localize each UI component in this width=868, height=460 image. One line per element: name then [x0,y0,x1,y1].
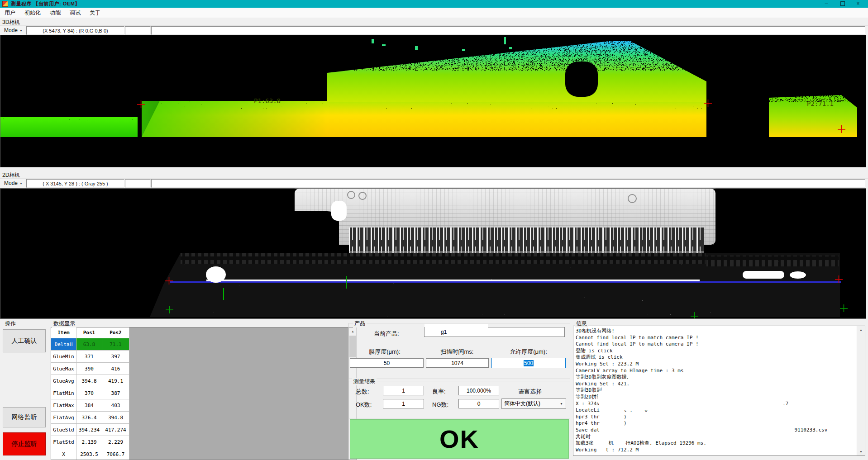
camera3d-mode-dropdown[interactable]: Mode ▼ [1,26,25,34]
language-value: 简体中文(默认) [504,400,540,408]
close-icon: × [856,0,859,7]
menu-item[interactable]: 功能 [45,8,65,18]
log-scrollbar[interactable]: ▲ ▼ [857,326,865,455]
cell-pos2: 394.8 [102,412,129,424]
cell-pos2: 387 [102,387,129,399]
menu-item[interactable]: 关于 [85,8,105,18]
camera3d-statusbox [125,26,151,35]
current-product-label: 当前产品: [374,330,399,338]
ok-count-field[interactable]: 1 [383,399,424,408]
menu-item[interactable]: 调试 [65,8,85,18]
window-title: 测量程序 【当前用户: OEM】 [11,0,80,7]
cell-pos1: 376.4 [76,412,102,424]
yield-value: 100.000% [467,388,491,394]
ng-count-field[interactable]: 0 [458,399,499,408]
maximize-button[interactable] [835,0,850,7]
camera2d-image[interactable] [0,188,866,319]
table-header-row: ItemPos1Pos2 [51,327,357,338]
close-button[interactable]: × [851,0,865,7]
heightmap-3d-graphic: P1:63.8 P2:71.1 [0,35,866,167]
table-row[interactable]: GlueMax390416 [51,363,357,375]
cell-pos1: 63.8 [76,338,102,351]
data-table[interactable]: ItemPos1Pos2 DeltaH63.871.1GlueMin371397… [51,327,357,460]
log-line: 等到3D取到灰度图数据。 [576,374,856,381]
cell-pos2: 7066.7 [102,448,129,460]
cell-pos2: 416 [102,363,129,375]
scan-time-value: 1074 [451,360,463,366]
log-line: Cannot find local IP to match camera IP … [576,341,856,348]
chevron-down-icon: ▼ [19,182,23,185]
menu-item[interactable]: 初始化 [20,8,45,18]
scroll-up-icon[interactable]: ▲ [857,326,865,334]
stop-listen-button[interactable]: 停止监听 [3,432,46,455]
results-label: 测量结果 [352,378,377,385]
table-row[interactable]: DeltaH63.871.1 [51,338,357,351]
yield-label: 良率: [432,388,446,396]
product-label: 产品 [353,320,367,327]
mode-label: Mode [4,180,18,186]
ng-count-value: 0 [477,401,481,407]
yield-field[interactable]: 100.000% [458,386,499,395]
language-select[interactable]: 简体中文(默认) ▼ [501,398,566,409]
redaction-blob [597,388,785,410]
scroll-down-icon[interactable]: ▼ [857,448,865,455]
ng-count-label: NG数: [432,401,448,409]
status-banner: OK [350,419,569,459]
cell-pos2: 2.229 [102,436,129,448]
camera3d-image[interactable]: P1:63.8 P2:71.1 [0,35,866,167]
table-row[interactable]: GlueAvg394.8419.1 [51,375,357,387]
network-listen-button[interactable]: 网络监听 [3,407,46,427]
manual-confirm-button[interactable]: 人工确认 [3,329,46,352]
log-line: CameraLV array to HImage time : 3 ms [576,368,856,375]
column-header: Item [51,327,76,338]
cell-pos1: 384 [76,399,102,412]
chevron-down-icon: ▼ [19,29,23,32]
camera2d-pixel-info: ( X 3145, Y 28 ) : ( Gray 255 ) [26,179,124,188]
minimize-button[interactable]: – [819,0,834,7]
mode-label: Mode [4,27,18,33]
allow-thickness-label: 允许厚度(μm): [493,348,563,356]
total-value: 1 [402,388,405,394]
camera2d-statusbox [125,179,151,188]
cell-pos2: 403 [102,399,129,412]
table-row[interactable]: FlatMin370387 [51,387,357,399]
log-line: Save dat 9110233.csv [576,427,856,434]
log-line: Working Set : 421.0 M [576,381,856,388]
cell-item: FlatMin [51,387,76,399]
operation-label: 操作 [4,320,17,327]
cell-pos1: 371 [76,351,102,363]
cell-item: FlatMax [51,399,76,412]
menu-item[interactable]: 用户 [0,8,20,18]
cell-pos1: 370 [76,387,102,399]
table-row[interactable]: FlatAvg376.4394.8 [51,412,357,424]
film-thickness-field[interactable]: 50 [350,358,424,368]
cell-item: GlueMin [51,351,76,363]
log-line: hpr3 thr ) [576,414,856,421]
scan-time-field[interactable]: 1074 [426,358,489,368]
total-field[interactable]: 1 [383,386,424,395]
log-line: Working t : 712.2 M [576,447,856,454]
log-line: Working Set : 223.2 M [576,361,856,368]
p2-annotation: P2:71.1 [807,100,834,107]
log-line: 登陆 is click [576,348,856,355]
log-line: 共耗时 [576,434,856,441]
camera2d-mode-dropdown[interactable]: Mode ▼ [1,179,25,187]
column-header: Pos1 [76,327,102,338]
data-table-body: DeltaH63.871.1GlueMin371397GlueMax390416… [51,338,357,460]
grayscale-2d-graphic [0,189,866,319]
table-row[interactable]: GlueMin371397 [51,351,357,363]
cell-pos2: 417.274 [102,424,129,436]
film-thickness-label: 膜厚度(μm): [358,348,412,356]
p1-annotation: P1:63.8 [254,97,281,104]
table-row[interactable]: FlatMax384403 [51,399,357,412]
cell-item: GlueAvg [51,375,76,387]
table-row[interactable]: X2503.57066.7 [51,448,357,460]
title-bar: 测量程序 【当前用户: OEM】 – × [0,0,868,8]
stop-listen-label: 停止监听 [12,440,37,448]
ok-count-value: 1 [402,401,405,407]
menu-bar: 用户初始化功能调试关于 [0,8,868,18]
camera2d-statusbox-wide [151,179,865,188]
table-row[interactable]: GlueStd394.234417.274 [51,424,357,436]
allow-thickness-field[interactable]: 500 [491,358,566,368]
table-row[interactable]: FlatStd2.1392.229 [51,436,357,448]
